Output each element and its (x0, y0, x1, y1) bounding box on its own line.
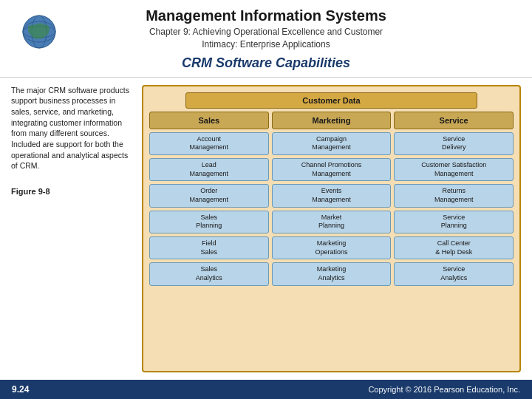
customer-data-box: Customer Data (185, 92, 477, 109)
footer: 9.24 Copyright © 2016 Pearson Education,… (0, 380, 532, 399)
marketing-analytics-box: MarketingAnalytics (272, 262, 392, 285)
service-planning-box: ServicePlanning (394, 211, 514, 233)
grid-row-1: AccountManagement CampaignManagement Ser… (149, 132, 514, 155)
service-analytics-box: ServiceAnalytics (394, 262, 514, 285)
order-management-box: OrderManagement (149, 184, 269, 207)
customer-satisfaction-box: Customer SatisfactionManagement (394, 158, 514, 181)
content-area: The major CRM software products support … (0, 78, 532, 380)
service-delivery-box: ServiceDelivery (394, 132, 514, 155)
globe-icon (21, 13, 58, 50)
sales-analytics-box: SalesAnalytics (149, 262, 269, 285)
grid-row-2: LeadManagement Channel PromotionsManagem… (149, 158, 514, 181)
marketing-box: Marketing (272, 112, 392, 129)
page: Management Information Systems Chapter 9… (0, 0, 532, 399)
events-management-box: EventsManagement (272, 184, 392, 207)
customer-data-row: Customer Data (149, 92, 514, 109)
copyright: Copyright © 2016 Pearson Education, Inc. (368, 385, 520, 394)
sales-planning-box: SalesPlanning (149, 211, 269, 233)
grid-row-6: SalesAnalytics MarketingAnalytics Servic… (149, 262, 514, 285)
slide-title: CRM Software Capabilities (15, 55, 517, 71)
channel-promotions-box: Channel PromotionsManagement (272, 158, 392, 181)
market-planning-box: MarketPlanning (272, 211, 392, 233)
account-management-box: AccountManagement (149, 132, 269, 155)
crm-diagram: Customer Data Sales Marketing Service Ac… (142, 85, 521, 372)
header-title: Management Information Systems (15, 7, 517, 24)
sales-box: Sales (149, 112, 269, 129)
description-text: The major CRM software products support … (11, 85, 133, 172)
grid-row-3: OrderManagement EventsManagement Returns… (149, 184, 514, 207)
page-number: 9.24 (12, 384, 29, 395)
lead-management-box: LeadManagement (149, 158, 269, 181)
grid-row-4: SalesPlanning MarketPlanning ServicePlan… (149, 211, 514, 233)
header-subtitle: Chapter 9: Achieving Operational Excelle… (15, 26, 517, 51)
campaign-management-box: CampaignManagement (272, 132, 392, 155)
field-sales-box: FieldSales (149, 236, 269, 259)
main-categories-row: Sales Marketing Service (149, 112, 514, 129)
figure-label: Figure 9-8 (11, 186, 133, 197)
grid-row-5: FieldSales MarketingOperations Call Cent… (149, 236, 514, 259)
marketing-operations-box: MarketingOperations (272, 236, 392, 259)
service-box: Service (394, 112, 514, 129)
returns-management-box: ReturnsManagement (394, 184, 514, 207)
left-description: The major CRM software products support … (11, 85, 133, 372)
header: Management Information Systems Chapter 9… (0, 0, 532, 78)
call-center-box: Call Center& Help Desk (394, 236, 514, 259)
